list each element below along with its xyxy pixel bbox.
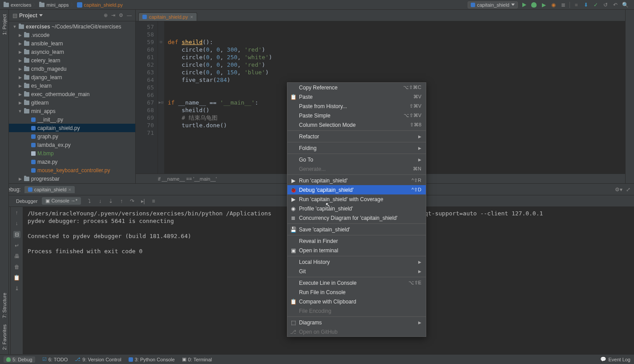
settings-icon[interactable]: ⚙ xyxy=(119,12,123,18)
python-icon xyxy=(28,187,32,192)
trash-icon[interactable]: 🗑 xyxy=(14,264,20,270)
context-menu-item[interactable]: ▶Run 'capitain_shield'^⇧R xyxy=(287,176,426,185)
context-menu-item[interactable]: Folding▶ xyxy=(287,143,426,153)
wrap-icon[interactable]: ↵ xyxy=(15,243,19,249)
status-eventlog[interactable]: 💬Event Log xyxy=(600,356,630,362)
context-menu-item[interactable]: Git▶ xyxy=(287,267,426,276)
undo-button[interactable]: ↶ xyxy=(612,1,619,8)
clear-icon[interactable]: 📋 xyxy=(13,275,20,281)
tree-row[interactable]: ▶gitlearn xyxy=(9,98,135,107)
context-menu-item[interactable]: 📋Paste⌘V xyxy=(287,92,426,101)
context-menu-item[interactable]: ⬚Diagrams▶ xyxy=(287,318,426,327)
tree-row[interactable]: graph.py xyxy=(9,132,135,141)
expression-icon[interactable]: ≡ xyxy=(149,198,157,204)
context-menu-item[interactable]: Execute Line in Console⌥⇧E xyxy=(287,278,426,287)
fold-gutter[interactable]: ⊟▶⊟ xyxy=(158,21,164,174)
context-menu-item[interactable]: 🐞Debug 'capitain_shield'^⇧D xyxy=(287,185,426,194)
status-terminal-tab[interactable]: ▣0: Terminal xyxy=(182,356,212,362)
debug-button[interactable] xyxy=(530,1,537,8)
tree-row[interactable]: maze.py xyxy=(9,158,135,166)
pin-icon[interactable]: ⤢ xyxy=(626,186,630,193)
rail-favorites-tab[interactable]: 2: Favorites xyxy=(2,323,7,352)
context-menu-item[interactable]: ◉Profile 'capitain_shield' xyxy=(287,204,426,213)
profile-button[interactable]: ◉ xyxy=(550,1,557,8)
context-menu-item[interactable]: Go To▶ xyxy=(287,155,426,164)
force-step-into-icon[interactable]: ⇣ xyxy=(107,198,115,204)
collapse-icon[interactable]: ⇥ xyxy=(111,12,115,18)
search-button[interactable]: 🔍 xyxy=(622,1,629,8)
autoscroll-icon[interactable]: ⊕ xyxy=(104,12,108,18)
rail-structure-tab[interactable]: 7: Structure xyxy=(2,291,7,320)
close-icon[interactable]: × xyxy=(68,187,71,192)
breadcrumb-folder[interactable]: mini_apps xyxy=(37,2,70,8)
tree-row[interactable]: M.bmp xyxy=(9,149,135,158)
breadcrumb-file[interactable]: capitain_shield.py xyxy=(75,2,125,8)
up-icon[interactable]: ↑ xyxy=(16,210,18,216)
tree-row[interactable]: ▶es_learn xyxy=(9,81,135,90)
coverage-button[interactable]: ▶ xyxy=(540,1,547,8)
menu-shortcut: ⇧⌘8 xyxy=(410,122,421,128)
tree-row[interactable]: capitain_shield.py xyxy=(9,124,135,132)
status-debug-tab[interactable]: 5: Debug xyxy=(4,356,35,363)
tree-row[interactable]: lambda_ex.py xyxy=(9,141,135,149)
context-menu-item[interactable]: ▶Run 'capitain_shield' with Coverage xyxy=(287,194,426,204)
context-menu-item[interactable]: ≣Concurrency Diagram for 'capitain_shiel… xyxy=(287,213,426,222)
context-menu-item[interactable]: Paste from History...⇧⌘V xyxy=(287,101,426,111)
status-todo-tab[interactable]: ☑6: TODO xyxy=(42,356,68,362)
debug-session-tab[interactable]: capitain_shield × xyxy=(24,186,75,193)
editor-tab[interactable]: capitain_shield.py × xyxy=(138,12,197,21)
step-into-icon[interactable]: ↓ xyxy=(96,198,104,204)
context-menu-item[interactable]: 💾Save 'capitain_shield' xyxy=(287,225,426,234)
console-tab[interactable]: ▣ Console →* xyxy=(42,197,81,205)
context-menu-item[interactable]: 📋Compare with Clipboard xyxy=(287,297,426,306)
status-pyconsole-tab[interactable]: 3: Python Console xyxy=(129,357,175,362)
drop-frame-icon[interactable]: ↷ xyxy=(128,198,136,204)
step-over-icon[interactable]: ⤵ xyxy=(85,198,93,204)
chevron-down-icon[interactable] xyxy=(39,14,43,16)
tree-row[interactable]: ▼exercises ~/Codes/MiracleGit/exercises xyxy=(9,22,135,31)
tree-row[interactable]: ▶progressbar xyxy=(9,174,135,183)
hide-icon[interactable]: — xyxy=(127,12,132,18)
run-config-dropdown[interactable]: capitain_shield xyxy=(468,1,518,8)
tree-row[interactable]: ▶ansible_learn xyxy=(9,39,135,48)
scroll-icon[interactable]: ⤓ xyxy=(15,285,19,291)
concurrency-button[interactable]: ≣ xyxy=(560,1,567,8)
print-icon[interactable]: 🖶 xyxy=(14,253,20,259)
tree-row[interactable]: ▶django_learn xyxy=(9,73,135,81)
context-menu-item[interactable]: Refactor▶ xyxy=(287,132,426,141)
down-icon[interactable]: ↓ xyxy=(16,220,18,226)
stop-button[interactable]: ■ xyxy=(573,1,580,8)
context-menu-item[interactable]: Column Selection Mode⇧⌘8 xyxy=(287,120,426,129)
debugger-tab[interactable]: Debugger xyxy=(12,198,41,205)
tree-row[interactable]: ▶celery_learn xyxy=(9,56,135,65)
project-tree[interactable]: ▼exercises ~/Codes/MiracleGit/exercises▶… xyxy=(9,21,135,183)
context-menu-item[interactable]: Copy Reference⌥⇧⌘C xyxy=(287,83,426,92)
filter-icon[interactable]: ⊟ xyxy=(13,231,20,238)
run-button[interactable] xyxy=(521,1,528,8)
context-menu-item[interactable]: ▣Open in terminal xyxy=(287,246,426,255)
context-menu-item[interactable]: Run File in Console xyxy=(287,287,426,297)
rail-project-tab[interactable]: 1: Project xyxy=(2,12,7,36)
git-history-button[interactable]: ↺ xyxy=(602,1,609,8)
tree-row[interactable]: ▼mini_apps xyxy=(9,107,135,115)
close-icon[interactable]: × xyxy=(190,14,193,20)
chevron-icon: ▶ xyxy=(18,84,22,88)
context-menu-item[interactable]: Local History▶ xyxy=(287,257,426,267)
run-to-cursor-icon[interactable]: ▸| xyxy=(139,198,147,204)
git-pull-button[interactable]: ⬇ xyxy=(582,1,590,8)
tree-row[interactable]: ▶exec_othermodule_main xyxy=(9,90,135,98)
tree-row[interactable]: ▶asyncio_learn xyxy=(9,48,135,56)
git-commit-button[interactable]: ✓ xyxy=(592,1,599,8)
context-menu-item[interactable]: Reveal in Finder xyxy=(287,236,426,246)
tree-row[interactable]: ▶.vscode xyxy=(9,31,135,39)
gear-icon[interactable]: ⚙▾ xyxy=(615,186,622,193)
tree-row[interactable]: __init__.py xyxy=(9,115,135,124)
breadcrumb-root[interactable]: exercises xyxy=(2,2,33,8)
tree-row[interactable]: ▶cmdb_magedu xyxy=(9,65,135,73)
context-menu-item[interactable]: Paste Simple⌥⇧⌘V xyxy=(287,111,426,120)
tree-row[interactable]: mouse_keyboard_controller.py xyxy=(9,166,135,174)
status-vcs-tab[interactable]: ⎇9: Version Control xyxy=(75,356,121,362)
folder-icon xyxy=(24,41,29,46)
step-out-icon[interactable]: ↑ xyxy=(117,198,125,204)
line-gutter[interactable]: 575859606162636465666768697071 xyxy=(136,21,158,174)
